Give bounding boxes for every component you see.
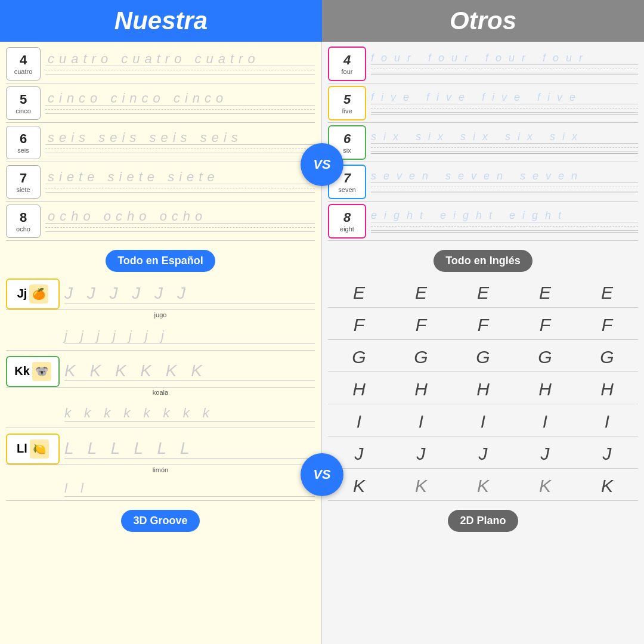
right-trace-six: six six six six six bbox=[371, 131, 638, 143]
right-letter-row-K: K K K K K bbox=[328, 471, 638, 501]
cta-letters-left[interactable]: 3D Groove bbox=[121, 510, 199, 532]
label-seis: seis bbox=[17, 147, 29, 154]
number-box-6: 6 seis bbox=[6, 126, 41, 159]
number-row-8: 8 ocho ocho ocho ocho bbox=[6, 204, 315, 241]
right-letter-F: F bbox=[328, 315, 390, 335]
cta-letters-left-row: 3D Groove bbox=[6, 506, 315, 535]
right-number-row-6: 6 six six six six six six bbox=[328, 125, 638, 162]
right-number-row-4: 4 four four four four four bbox=[328, 47, 638, 83]
right-writing-4: four four four four bbox=[371, 52, 638, 75]
right-digit-8: 8 bbox=[343, 210, 351, 225]
trace-siete: siete siete siete bbox=[45, 171, 315, 184]
right-label-five: five bbox=[342, 107, 352, 114]
right-letter-row-F: F F F F F bbox=[328, 310, 638, 340]
right-letter-F3: F bbox=[452, 315, 514, 335]
trace-area-L-upper: L L L L L L bbox=[64, 439, 315, 459]
writing-area-4: cuatro cuatro cuatro bbox=[45, 52, 315, 75]
trace-area-l-lower: l l bbox=[64, 481, 315, 497]
right-trace-eight: eight eight eight bbox=[371, 209, 638, 222]
label-jugo: jugo bbox=[6, 311, 315, 318]
writing-area-5: cinco cinco cinco bbox=[45, 92, 315, 114]
right-letter-I5: I bbox=[576, 411, 638, 432]
letter-card-L: Ll 🍋 bbox=[6, 434, 60, 465]
right-letter-G5: G bbox=[576, 347, 638, 367]
right-letter-F2: F bbox=[390, 315, 452, 335]
right-trace-seven: seven seven seven bbox=[371, 170, 638, 182]
right-writing-6: six six six six six bbox=[371, 131, 638, 154]
right-digit-6: 6 bbox=[343, 131, 351, 147]
left-panel: 4 cuatro cuatro cuatro cuatro 5 cinco ci… bbox=[0, 42, 322, 644]
right-number-row-7: 7 seven seven seven seven bbox=[328, 165, 638, 202]
right-letter-J4: J bbox=[514, 444, 576, 464]
right-letter-I3: I bbox=[452, 411, 514, 432]
right-letter-F5: F bbox=[576, 315, 638, 335]
vs-badge-bottom: VS bbox=[301, 453, 343, 496]
letter-card-K: Kk 🐨 bbox=[6, 356, 60, 387]
number-box-8: 8 ocho bbox=[6, 205, 41, 238]
right-letter-I4: I bbox=[514, 411, 576, 432]
right-letter-H3: H bbox=[452, 379, 514, 400]
right-number-row-5: 5 five five five five five bbox=[328, 86, 638, 123]
trace-L-upper: L L L L L L bbox=[64, 439, 315, 458]
right-label-six: six bbox=[343, 147, 351, 154]
right-letter-row-J: J J J J J bbox=[328, 439, 638, 469]
label-koala: koala bbox=[6, 389, 315, 396]
right-number-row-8: 8 eight eight eight eight bbox=[328, 204, 638, 241]
right-letter-I2: I bbox=[390, 411, 452, 432]
right-letter-E: E bbox=[328, 283, 390, 303]
right-number-box-4: 4 four bbox=[328, 47, 366, 81]
right-letter-row-I: I I I I I bbox=[328, 407, 638, 436]
right-letter-row-E: E E E E E bbox=[328, 278, 638, 308]
icon-jugo: 🍊 bbox=[29, 284, 48, 304]
trace-J-upper: J J J J J J bbox=[64, 284, 315, 303]
right-letter-I: I bbox=[328, 411, 390, 432]
cta-numbers-left[interactable]: Todo en Español bbox=[106, 250, 215, 272]
number-box-5: 5 cinco bbox=[6, 86, 41, 120]
number-row-5: 5 cinco cinco cinco cinco bbox=[6, 86, 315, 123]
right-letter-G2: G bbox=[390, 347, 452, 367]
right-letter-H5: H bbox=[576, 379, 638, 400]
cta-numbers-right[interactable]: Todo en Inglés bbox=[434, 250, 532, 272]
right-letter-J3: J bbox=[452, 444, 514, 464]
letter-L-upper: Ll bbox=[17, 442, 27, 456]
right-letter-F4: F bbox=[514, 315, 576, 335]
right-letter-K3: K bbox=[452, 476, 514, 496]
right-letter-E4: E bbox=[514, 283, 576, 303]
header-left-title: Nuestra bbox=[114, 7, 208, 35]
right-letter-J5: J bbox=[576, 444, 638, 464]
trace-area-K-upper: K K K K K K bbox=[64, 361, 315, 381]
trace-j-lower: j j j j j j j bbox=[64, 328, 315, 343]
label-cinco: cinco bbox=[16, 107, 31, 114]
right-trace-four: four four four four bbox=[371, 52, 638, 64]
trace-l-lower: l l bbox=[64, 481, 315, 496]
letter-J-upper: Jj bbox=[17, 287, 27, 301]
right-writing-5: five five five five bbox=[371, 91, 638, 114]
main-content: VS VS 4 cuatro cuatro cuatro cuatro 5 ci… bbox=[0, 42, 644, 644]
trace-area-j-lower: j j j j j j j bbox=[64, 328, 315, 344]
header-left: Nuestra bbox=[0, 0, 322, 42]
letter-row-K-upper: Kk 🐨 K K K K K K bbox=[6, 355, 315, 388]
digit-5: 5 bbox=[20, 92, 27, 107]
digit-7: 7 bbox=[20, 171, 27, 186]
right-letter-E2: E bbox=[390, 283, 452, 303]
right-letter-E3: E bbox=[452, 283, 514, 303]
right-letter-E5: E bbox=[576, 283, 638, 303]
cta-letters-right[interactable]: 2D Plano bbox=[448, 510, 518, 532]
number-row-6: 6 seis seis seis seis seis bbox=[6, 125, 315, 162]
right-letter-K2: K bbox=[390, 476, 452, 496]
right-digit-7: 7 bbox=[343, 171, 351, 186]
letter-K-upper: Kk bbox=[14, 364, 30, 378]
right-number-box-5: 5 five bbox=[328, 86, 366, 120]
right-writing-8: eight eight eight bbox=[371, 209, 638, 233]
number-row-7: 7 siete siete siete siete bbox=[6, 165, 315, 202]
trace-cinco: cinco cinco cinco bbox=[45, 92, 315, 105]
right-letter-K5: K bbox=[576, 476, 638, 496]
trace-area-J-upper: J J J J J J bbox=[64, 284, 315, 304]
trace-ocho: ocho ocho ocho bbox=[45, 210, 315, 223]
digit-4: 4 bbox=[20, 52, 27, 68]
trace-K-upper: K K K K K K bbox=[64, 361, 315, 380]
header-right-title: Otros bbox=[450, 7, 516, 35]
right-letter-row-G: G G G G G bbox=[328, 342, 638, 372]
letter-row-j-lower: j j j j j j j bbox=[6, 322, 315, 351]
right-letter-G3: G bbox=[452, 347, 514, 367]
